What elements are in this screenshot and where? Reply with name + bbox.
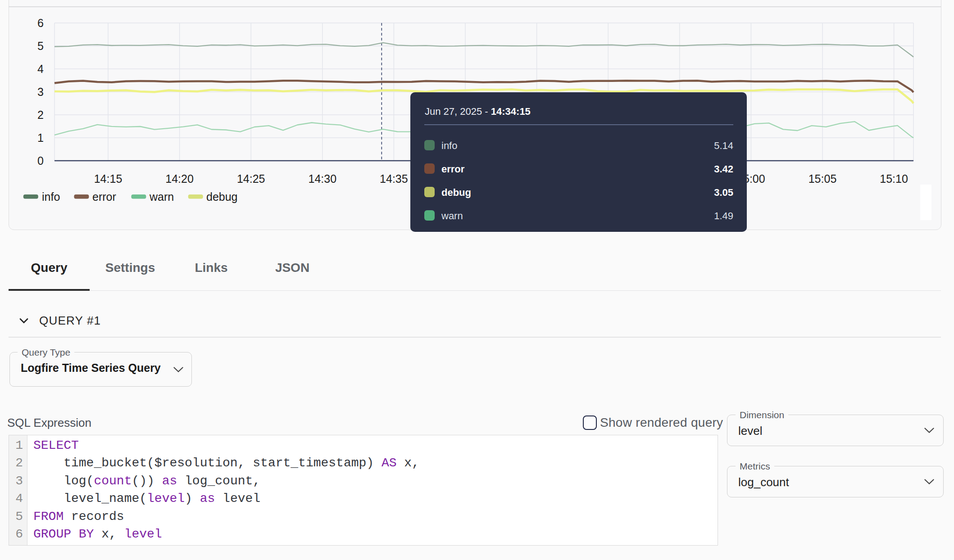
svg-text:14:30: 14:30 [309,172,337,185]
svg-text:15:05: 15:05 [809,172,837,185]
svg-text:1: 1 [37,131,44,144]
svg-text:14:35: 14:35 [380,172,408,185]
svg-text:4: 4 [37,63,44,75]
svg-text:0: 0 [37,154,44,167]
svg-text:info: info [42,190,60,203]
svg-text:warn: warn [149,190,174,203]
svg-text:error: error [92,190,116,203]
svg-text:15:10: 15:10 [880,172,908,185]
svg-text:6: 6 [37,17,44,29]
svg-text:14:15: 14:15 [94,172,123,185]
svg-text:3: 3 [37,86,44,98]
svg-text:2: 2 [37,108,44,121]
svg-text:5: 5 [37,40,44,52]
svg-text:14:20: 14:20 [165,172,194,185]
svg-text:debug: debug [206,190,238,203]
svg-text:14:25: 14:25 [237,172,265,185]
